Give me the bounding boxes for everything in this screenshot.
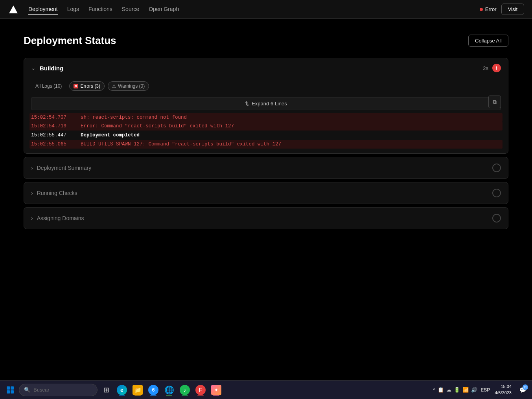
log-time-4: 15:02:55.065 xyxy=(31,140,74,148)
edge-underline xyxy=(119,395,125,396)
building-time: 2s xyxy=(483,65,488,71)
expand-icon: ⇅ xyxy=(245,101,249,107)
copy-logs-button[interactable]: ⧉ xyxy=(488,96,501,108)
log-time-2: 15:02:54.719 xyxy=(31,122,74,130)
main-content: Deployment Status Collapse All ⌄ Buildin… xyxy=(0,19,532,248)
log-line: 15:02:54.707 sh: react-scripts: command … xyxy=(29,113,503,122)
running-checks-status-icon xyxy=(492,189,501,197)
tray-clipboard-icon[interactable]: 📋 xyxy=(438,387,444,393)
running-checks-title: Running Checks xyxy=(37,190,77,196)
collapse-all-button[interactable]: Collapse All xyxy=(468,35,508,47)
topnav: Deployment Logs Functions Source Open Gr… xyxy=(0,0,532,19)
logo[interactable] xyxy=(8,4,19,15)
error-label: Error xyxy=(485,6,497,12)
errors-tab[interactable]: ✕ Errors (3) xyxy=(69,81,105,91)
building-section-header[interactable]: ⌄ Building 2s ! xyxy=(24,58,508,78)
assigning-domains-status-icon xyxy=(492,214,501,222)
taskbar-clock[interactable]: 15:04 4/5/2023 xyxy=(493,384,513,396)
taskbar-language: ESP xyxy=(480,387,490,393)
copy-icon: ⧉ xyxy=(493,99,497,105)
windows-icon xyxy=(7,386,14,393)
deployment-summary-header[interactable]: › Deployment Summary xyxy=(24,157,508,178)
task-view-button[interactable]: ⊞ xyxy=(99,383,113,397)
explorer-underline xyxy=(134,395,141,396)
start-button[interactable] xyxy=(3,383,17,397)
notification-center-button[interactable]: 💬 15 xyxy=(516,384,529,396)
running-checks-header[interactable]: › Running Checks xyxy=(24,182,508,204)
taskbar-explorer-icon[interactable]: 📁 xyxy=(131,383,145,397)
chrome-underline xyxy=(166,395,172,396)
assigning-domains-title: Assigning Domains xyxy=(37,215,84,221)
system-tray: ^ 📋 ☁ 🔋 📶 🔊 xyxy=(433,387,477,393)
log-lines-container: 15:02:54.707 sh: react-scripts: command … xyxy=(24,112,508,153)
explorer-app-icon: 📁 xyxy=(133,385,143,395)
app7-icon: ✦ xyxy=(211,385,221,395)
deployment-summary-right xyxy=(492,164,501,172)
all-logs-tab[interactable]: All Logs (10) xyxy=(31,81,66,91)
taskbar-app7-icon[interactable]: ✦ xyxy=(209,383,223,397)
log-msg-2: Error: Command "react-scripts build" exi… xyxy=(81,122,234,130)
running-checks-section: › Running Checks xyxy=(24,182,508,204)
nav-functions[interactable]: Functions xyxy=(88,4,112,15)
building-header-right: 2s ! xyxy=(483,64,501,72)
nav-logs[interactable]: Logs xyxy=(67,4,79,15)
error-status: Error xyxy=(480,6,497,12)
nav-source[interactable]: Source xyxy=(122,4,139,15)
files-underline xyxy=(150,395,156,396)
logo-triangle xyxy=(9,6,18,13)
running-checks-chevron-icon: › xyxy=(31,190,33,196)
deployment-summary-section: › Deployment Summary xyxy=(24,157,508,179)
log-msg-3: Deployment completed xyxy=(81,131,140,139)
taskbar: 🔍 ⊞ e 📁 6 🌐 ♪ F xyxy=(0,380,532,399)
log-msg-4: BUILD_UTILS_SPAWN_127: Command "react-sc… xyxy=(81,140,281,148)
search-input[interactable] xyxy=(33,387,81,393)
error-dot-icon xyxy=(480,8,483,11)
taskbar-edge-icon[interactable]: e xyxy=(115,383,129,397)
files-app-icon: 6 xyxy=(148,385,158,395)
assigning-domains-header[interactable]: › Assigning Domains xyxy=(24,208,508,229)
deployment-summary-chevron-icon: › xyxy=(31,165,33,171)
log-msg-1: sh: react-scripts: command not found xyxy=(81,114,187,121)
assigning-domains-chevron-icon: › xyxy=(31,215,33,221)
log-line: 15:02:55.065 BUILD_UTILS_SPAWN_127: Comm… xyxy=(29,140,503,149)
taskbar-files-icon[interactable]: 6 xyxy=(146,383,160,397)
warnings-tab[interactable]: ⚠ Warnings (0) xyxy=(108,81,149,91)
deployment-summary-status-icon xyxy=(492,164,501,172)
taskbar-spotify-icon[interactable]: ♪ xyxy=(178,383,192,397)
warning-tab-icon: ⚠ xyxy=(112,84,116,89)
search-icon: 🔍 xyxy=(24,387,30,393)
log-tabs: All Logs (10) ✕ Errors (3) ⚠ Warnings (0… xyxy=(24,78,508,94)
assigning-domains-right xyxy=(492,214,501,222)
building-title: Building xyxy=(40,65,63,72)
taskbar-app6-icon[interactable]: F xyxy=(193,383,208,397)
log-time-1: 15:02:54.707 xyxy=(31,114,74,121)
tray-chevron-icon[interactable]: ^ xyxy=(433,387,435,393)
topnav-right: Error Visit xyxy=(480,4,524,15)
expand-label: Expand 6 Lines xyxy=(252,101,287,107)
app7-underline xyxy=(213,395,219,396)
assigning-domains-section: › Assigning Domains xyxy=(24,207,508,229)
building-section: ⌄ Building 2s ! All Logs (10) ✕ Errors (… xyxy=(24,58,508,154)
log-line: 15:02:54.719 Error: Command "react-scrip… xyxy=(29,122,503,131)
building-chevron-down-icon: ⌄ xyxy=(31,65,36,71)
taskbar-chrome-icon[interactable]: 🌐 xyxy=(162,383,176,397)
building-error-icon: ! xyxy=(492,64,501,72)
tray-battery-icon[interactable]: 🔋 xyxy=(454,387,460,393)
nav-open-graph[interactable]: Open Graph xyxy=(149,4,179,15)
clock-time: 15:04 xyxy=(495,384,512,390)
chrome-app-icon: 🌐 xyxy=(164,385,174,395)
log-line: 15:02:55.447 Deployment completed xyxy=(31,131,501,140)
deployment-summary-title: Deployment Summary xyxy=(37,165,92,171)
spotify-underline xyxy=(182,395,188,396)
expand-lines-button[interactable]: ⇅ Expand 6 Lines xyxy=(31,97,501,110)
errors-tab-label: Errors (3) xyxy=(80,83,100,89)
tray-volume-icon[interactable]: 🔊 xyxy=(471,387,477,393)
visit-button[interactable]: Visit xyxy=(501,4,524,15)
nav-deployment[interactable]: Deployment xyxy=(28,4,58,15)
spotify-app-icon: ♪ xyxy=(180,385,190,395)
tray-network-icon[interactable]: 📶 xyxy=(462,387,469,393)
app6-underline xyxy=(197,395,204,396)
tray-onedrive-icon[interactable]: ☁ xyxy=(446,387,451,393)
taskbar-search-box[interactable]: 🔍 xyxy=(19,384,98,396)
running-checks-right xyxy=(492,189,501,197)
